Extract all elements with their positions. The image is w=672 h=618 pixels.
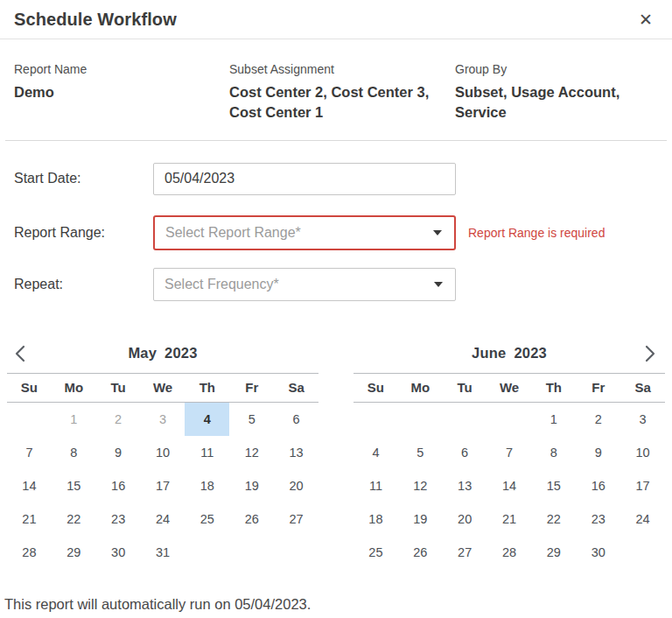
weekday-label: Sa	[274, 380, 318, 395]
day-cell[interactable]: 6	[274, 403, 318, 436]
calendar-panel: May2023SuMoTuWeThFrSa1234567891011121314…	[0, 334, 672, 569]
day-cell[interactable]: 6	[443, 436, 487, 469]
day-cell[interactable]: 21	[487, 502, 532, 536]
day-cell[interactable]: 30	[96, 536, 141, 569]
day-cell[interactable]: 30	[576, 536, 620, 569]
day-cell[interactable]: 27	[274, 502, 318, 536]
close-icon[interactable]: ✕	[634, 8, 658, 32]
calendar-week-row: 123	[354, 403, 665, 436]
day-cell[interactable]: 18	[354, 502, 398, 536]
day-cell[interactable]: 13	[274, 436, 318, 469]
calendar-month-june: June2023SuMoTuWeThFrSa123456789101112131…	[354, 334, 665, 569]
day-cell[interactable]: 10	[620, 436, 665, 469]
day-cell[interactable]: 26	[398, 536, 443, 569]
empty-day-cell	[7, 403, 52, 436]
day-cell[interactable]: 14	[7, 469, 52, 502]
report-range-error: Report Range is required	[468, 226, 605, 240]
prev-month-button[interactable]	[9, 341, 33, 369]
day-cell[interactable]: 3	[141, 403, 186, 436]
day-cell[interactable]: 15	[52, 469, 96, 502]
day-cell[interactable]: 4	[354, 436, 398, 469]
day-cell[interactable]: 23	[576, 502, 620, 536]
calendar-week-row: 252627282930	[354, 536, 665, 569]
day-cell[interactable]: 12	[229, 436, 274, 469]
day-cell[interactable]: 20	[274, 469, 318, 502]
report-range-placeholder: Select Report Range*	[165, 225, 301, 241]
next-month-button[interactable]	[637, 341, 662, 369]
weekday-label: Tu	[96, 380, 141, 395]
start-date-input[interactable]	[153, 163, 456, 195]
day-cell[interactable]: 7	[487, 436, 532, 469]
day-cell[interactable]: 13	[443, 469, 487, 502]
day-cell[interactable]: 18	[185, 469, 229, 502]
group-by-label: Group By	[455, 62, 658, 76]
repeat-select[interactable]: Select Frequency*	[153, 268, 456, 301]
day-cell[interactable]: 25	[185, 502, 229, 536]
day-cell[interactable]: 2	[96, 403, 141, 436]
day-cell[interactable]: 10	[141, 436, 186, 469]
day-cell[interactable]: 14	[487, 469, 532, 502]
day-cell[interactable]: 28	[7, 536, 52, 569]
chevron-down-icon	[433, 230, 442, 235]
calendar-month-may: May2023SuMoTuWeThFrSa1234567891011121314…	[7, 334, 318, 569]
day-cell[interactable]: 21	[7, 502, 52, 536]
day-cell[interactable]: 5	[398, 436, 443, 469]
schedule-workflow-modal: Schedule Workflow ✕ Report Name Demo Sub…	[0, 0, 672, 618]
empty-day-cell	[274, 536, 318, 569]
section-divider	[5, 140, 667, 141]
day-cell[interactable]: 1	[52, 403, 96, 436]
day-cell[interactable]: 9	[96, 436, 141, 469]
empty-day-cell	[229, 536, 274, 569]
page-title: Schedule Workflow	[14, 10, 177, 30]
start-date-label: Start Date:	[14, 171, 153, 186]
empty-day-cell	[354, 403, 398, 436]
day-cell[interactable]: 16	[96, 469, 141, 502]
day-cell[interactable]: 2	[576, 403, 620, 436]
selected-day-cell[interactable]: 4	[185, 403, 229, 436]
day-cell[interactable]: 8	[531, 436, 576, 469]
day-cell[interactable]: 12	[398, 469, 443, 502]
repeat-row: Repeat: Select Frequency*	[14, 268, 672, 301]
calendar-week-row: 14151617181920	[7, 469, 318, 502]
month-title: May2023	[7, 334, 318, 373]
run-note: This report will automatically run on 05…	[0, 596, 672, 613]
day-cell[interactable]: 24	[141, 502, 186, 536]
day-cell[interactable]: 26	[229, 502, 274, 536]
empty-day-cell	[185, 536, 229, 569]
day-cell[interactable]: 3	[620, 403, 665, 436]
report-name-label: Report Name	[14, 62, 229, 76]
weekday-label: Fr	[576, 380, 620, 395]
day-cell[interactable]: 23	[96, 502, 141, 536]
repeat-placeholder: Select Frequency*	[164, 277, 279, 292]
day-cell[interactable]: 5	[229, 403, 274, 436]
weekday-label: Th	[531, 380, 576, 395]
day-cell[interactable]: 28	[487, 536, 532, 569]
day-cell[interactable]: 15	[531, 469, 576, 502]
day-cell[interactable]: 20	[443, 502, 487, 536]
day-cell[interactable]: 29	[531, 536, 576, 569]
empty-day-cell	[620, 536, 665, 569]
day-cell[interactable]: 11	[354, 469, 398, 502]
day-cell[interactable]: 25	[354, 536, 398, 569]
day-cell[interactable]: 31	[141, 536, 186, 569]
report-range-select[interactable]: Select Report Range*	[153, 215, 456, 250]
day-cell[interactable]: 24	[620, 502, 665, 536]
day-cell[interactable]: 8	[52, 436, 96, 469]
day-cell[interactable]: 19	[229, 469, 274, 502]
day-cell[interactable]: 17	[620, 469, 665, 502]
day-cell[interactable]: 1	[531, 403, 576, 436]
day-cell[interactable]: 19	[398, 502, 443, 536]
day-cell[interactable]: 22	[531, 502, 576, 536]
day-cell[interactable]: 29	[52, 536, 96, 569]
day-cell[interactable]: 17	[141, 469, 186, 502]
empty-day-cell	[443, 403, 487, 436]
day-cell[interactable]: 22	[52, 502, 96, 536]
day-cell[interactable]: 11	[185, 436, 229, 469]
day-cell[interactable]: 16	[576, 469, 620, 502]
day-cell[interactable]: 7	[7, 436, 52, 469]
modal-header: Schedule Workflow ✕	[0, 0, 672, 39]
day-cell[interactable]: 27	[443, 536, 487, 569]
weekday-label: Th	[185, 380, 229, 395]
weekday-label: Su	[7, 380, 52, 395]
day-cell[interactable]: 9	[576, 436, 620, 469]
